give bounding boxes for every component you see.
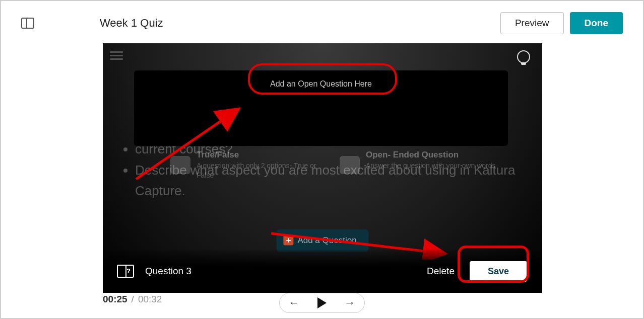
page-title: Week 1 Quiz <box>100 17 163 30</box>
play-icon[interactable] <box>317 297 327 308</box>
option-title: Open- Ended Question <box>366 150 496 160</box>
option-subtitle: Answer the question with your own words <box>366 161 496 171</box>
delete-button[interactable]: Delete <box>427 266 455 277</box>
open-ended-icon <box>340 156 360 174</box>
time-separator: / <box>132 294 134 305</box>
done-button[interactable]: Done <box>570 12 623 34</box>
menu-icon[interactable] <box>110 51 123 60</box>
prev-arrow-icon[interactable]: ← <box>289 297 300 308</box>
time-duration: 00:32 <box>138 294 162 305</box>
true-false-icon <box>170 156 190 174</box>
question-input-box[interactable]: Add an Open Question Here <box>134 70 508 146</box>
sidebar-toggle-icon[interactable] <box>21 18 34 29</box>
option-true-false[interactable]: True/False A question with only 2 option… <box>170 150 332 180</box>
hint-icon[interactable] <box>517 50 530 63</box>
transport-controls: ← → <box>279 293 365 313</box>
question-bottom-bar: Question 3 Delete Save <box>103 250 542 293</box>
question-type-icon <box>117 265 134 278</box>
save-button[interactable]: Save <box>470 261 527 282</box>
add-question-button[interactable]: Add a Question <box>276 229 368 252</box>
time-current: 00:25 <box>103 294 127 305</box>
question-placeholder: Add an Open Question Here <box>270 79 372 89</box>
option-title: True/False <box>197 150 332 160</box>
option-subtitle: A question with only 2 options- True or … <box>197 161 332 180</box>
option-open-ended[interactable]: Open- Ended Question Answer the question… <box>340 150 501 174</box>
video-stage: current courses? Describe what aspect yo… <box>103 43 542 293</box>
preview-button[interactable]: Preview <box>500 12 564 34</box>
question-number-label: Question 3 <box>145 266 191 277</box>
next-arrow-icon[interactable]: → <box>344 297 355 308</box>
timeline-bar: 00:25 / 00:32 <box>103 288 643 311</box>
